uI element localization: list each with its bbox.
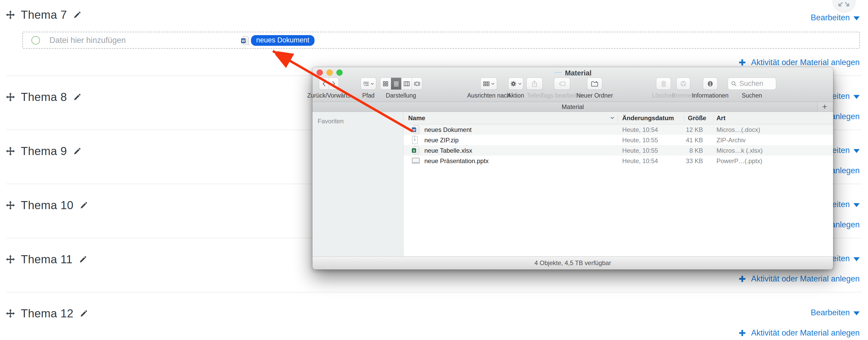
file-kind: ZIP-Archiv xyxy=(716,137,746,144)
forward-button[interactable] xyxy=(329,77,339,90)
move-section-handle-icon[interactable] xyxy=(6,201,15,210)
move-section-handle-icon[interactable] xyxy=(6,146,15,156)
chevron-down-icon xyxy=(854,95,860,99)
file-name: neue Tabelle.xlsx xyxy=(424,147,472,154)
edit-label: Bearbeiten xyxy=(811,308,850,317)
file-dropzone[interactable]: Datei hier hinzufügen xyxy=(22,32,860,49)
coverflow-view-icon xyxy=(414,81,420,86)
edit-title-pencil-icon[interactable] xyxy=(80,201,88,209)
chevron-down-icon xyxy=(854,311,860,315)
toolbar-label: Zurück/Vorwärts xyxy=(307,92,350,99)
edit-title-pencil-icon[interactable] xyxy=(80,310,88,318)
edit-tags-button xyxy=(554,77,570,90)
section-edit-menu[interactable]: Bearbeiten xyxy=(811,13,860,22)
course-section-thema12: Thema 12 Bearbeiten Aktivität oder Mater… xyxy=(0,292,868,340)
chevron-left-icon xyxy=(322,81,326,87)
share-icon xyxy=(531,80,538,87)
list-view-button[interactable] xyxy=(391,78,401,90)
chevron-down-icon xyxy=(371,83,374,85)
file-size: 41 KB xyxy=(686,137,703,144)
icon-view-button[interactable] xyxy=(380,78,391,90)
action-button[interactable] xyxy=(508,77,523,90)
column-separator xyxy=(684,114,684,122)
section-edit-menu[interactable]: Bearbeiten xyxy=(811,308,860,317)
file-row-neues-dokument[interactable]: neues Dokument Heute, 10:54 12 KB Micros… xyxy=(404,124,833,135)
add-activity-link[interactable]: Aktivität oder Material anlegen xyxy=(738,328,860,338)
file-date: Heute, 10:54 xyxy=(622,158,658,165)
finder-tab-bar: Material + xyxy=(312,102,833,112)
move-section-handle-icon[interactable] xyxy=(6,255,15,264)
file-name: neues Dokument xyxy=(424,126,471,133)
new-folder-button[interactable] xyxy=(587,77,602,90)
search-field[interactable] xyxy=(728,77,776,90)
move-section-handle-icon[interactable] xyxy=(6,92,15,102)
status-text: 4 Objekte, 4,5 TB verfügbar xyxy=(534,259,611,267)
add-activity-label: Aktivität oder Material anlegen xyxy=(751,274,860,283)
file-date: Heute, 10:55 xyxy=(622,147,658,154)
file-kind: Micros…(.docx) xyxy=(716,126,760,133)
toolbar-label: Neuer Ordner xyxy=(577,92,613,99)
finder-sidebar: Favoriten xyxy=(312,112,404,256)
window-title-bar: Material xyxy=(312,69,833,77)
trash-icon xyxy=(661,80,666,87)
grid-view-icon xyxy=(383,81,388,87)
edit-title-pencil-icon[interactable] xyxy=(79,256,87,264)
edit-title-pencil-icon[interactable] xyxy=(73,147,81,155)
plus-icon xyxy=(738,58,746,67)
edit-title-pencil-icon[interactable] xyxy=(73,93,81,101)
finder-toolbar: Material Zurück/Vorwärts Pfad xyxy=(312,67,833,102)
zip-file-icon xyxy=(412,136,418,144)
back-button[interactable] xyxy=(319,77,329,90)
list-column-header: Name Änderungsdatum Größe Art xyxy=(404,112,833,124)
file-date: Heute, 10:55 xyxy=(622,137,658,144)
search-icon xyxy=(731,81,737,87)
add-activity-link[interactable]: Aktivität oder Material anlegen xyxy=(738,58,860,67)
move-section-handle-icon[interactable] xyxy=(6,309,15,318)
file-kind: Micros…k (.xlsx) xyxy=(716,147,763,154)
file-name: neue ZIP.zip xyxy=(424,137,459,144)
chevron-down-icon xyxy=(854,257,860,261)
delete-button xyxy=(656,77,671,90)
arrange-grid-icon xyxy=(483,81,490,86)
section-title: Thema 8 xyxy=(21,91,67,104)
finder-window: Material Zurück/Vorwärts Pfad xyxy=(312,67,833,270)
burn-button xyxy=(676,77,690,90)
column-header-name[interactable]: Name xyxy=(408,114,425,122)
search-input[interactable] xyxy=(739,79,771,88)
sidebar-favorites-header: Favoriten xyxy=(318,117,344,125)
toolbar-label: Aktion xyxy=(507,92,524,99)
chevron-down-icon xyxy=(854,149,860,153)
tag-icon xyxy=(559,81,565,86)
arrange-button[interactable] xyxy=(480,77,497,90)
edit-label: Bearbeiten xyxy=(811,13,850,22)
add-activity-link[interactable]: Aktivität oder Material anlegen xyxy=(738,274,860,283)
column-header-kind[interactable]: Art xyxy=(716,114,725,122)
file-size: 8 KB xyxy=(689,147,703,154)
column-header-date[interactable]: Änderungsdatum xyxy=(622,114,674,122)
get-info-button[interactable] xyxy=(703,77,717,90)
toolbar-label: Informationen xyxy=(692,92,729,99)
path-button[interactable] xyxy=(361,77,376,90)
dragged-file-chip[interactable]: neues Dokument xyxy=(241,35,315,46)
column-separator xyxy=(713,114,714,122)
file-row-neue-zip[interactable]: neue ZIP.zip Heute, 10:55 41 KB ZIP-Arch… xyxy=(404,135,833,145)
sort-chevron-icon xyxy=(611,116,614,119)
file-row-neue-tabelle[interactable]: neue Tabelle.xlsx Heute, 10:55 8 KB Micr… xyxy=(404,145,833,156)
burn-icon xyxy=(680,81,686,87)
file-kind: PowerP…(.pptx) xyxy=(716,158,762,165)
tab-material[interactable]: Material xyxy=(562,103,584,110)
file-row-neue-praesentation[interactable]: neue Präsentation.pptx Heute, 10:54 33 K… xyxy=(404,156,833,166)
column-header-size[interactable]: Größe xyxy=(688,114,706,122)
dropzone-label: Datei hier hinzufügen xyxy=(50,36,126,45)
new-tab-button[interactable]: + xyxy=(817,102,832,112)
column-view-icon xyxy=(404,81,409,86)
gear-icon xyxy=(510,81,517,87)
powerpoint-file-icon xyxy=(412,158,420,164)
column-view-button[interactable] xyxy=(401,78,412,90)
edit-title-pencil-icon[interactable] xyxy=(73,11,81,19)
toolbar-label: Brennen xyxy=(672,92,694,99)
move-section-handle-icon[interactable] xyxy=(6,10,15,20)
coverflow-view-button[interactable] xyxy=(412,78,422,90)
toolbar-label: Pfad xyxy=(362,92,374,99)
chevron-right-icon xyxy=(332,81,335,87)
